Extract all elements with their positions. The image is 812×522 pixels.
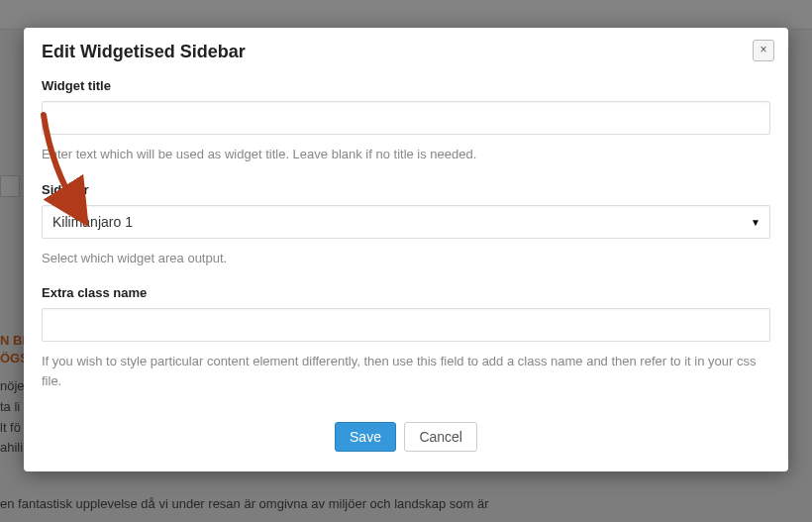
cancel-button[interactable]: Cancel bbox=[404, 422, 477, 452]
close-icon: × bbox=[760, 43, 766, 56]
modal-footer: Save Cancel bbox=[24, 416, 788, 471]
sidebar-desc: Select which widget area output. bbox=[42, 249, 770, 268]
save-button[interactable]: Save bbox=[335, 422, 396, 452]
extra-class-group: Extra class name If you wish to style pa… bbox=[42, 285, 770, 390]
widget-title-group: Widget title Enter text which will be us… bbox=[42, 78, 770, 164]
modal-title: Edit Widgetised Sidebar bbox=[42, 42, 246, 61]
sidebar-select-wrap: Kilimanjaro 1 ▼ bbox=[42, 205, 770, 239]
close-button[interactable]: × bbox=[753, 40, 774, 61]
modal-body: Widget title Enter text which will be us… bbox=[24, 74, 788, 416]
sidebar-select[interactable]: Kilimanjaro 1 bbox=[42, 205, 770, 239]
sidebar-label: Sidebar bbox=[42, 182, 770, 197]
widget-title-desc: Enter text which will be used as widget … bbox=[42, 145, 770, 164]
widget-title-input[interactable] bbox=[42, 101, 770, 135]
sidebar-selected-value: Kilimanjaro 1 bbox=[52, 214, 133, 230]
sidebar-group: Sidebar Kilimanjaro 1 ▼ Select which wid… bbox=[42, 182, 770, 268]
edit-sidebar-modal: Edit Widgetised Sidebar × Widget title E… bbox=[24, 28, 788, 471]
extra-class-desc: If you wish to style particular content … bbox=[42, 352, 770, 390]
extra-class-input[interactable] bbox=[42, 308, 770, 342]
modal-header: Edit Widgetised Sidebar × bbox=[24, 28, 788, 74]
widget-title-label: Widget title bbox=[42, 78, 770, 93]
extra-class-label: Extra class name bbox=[42, 285, 770, 300]
